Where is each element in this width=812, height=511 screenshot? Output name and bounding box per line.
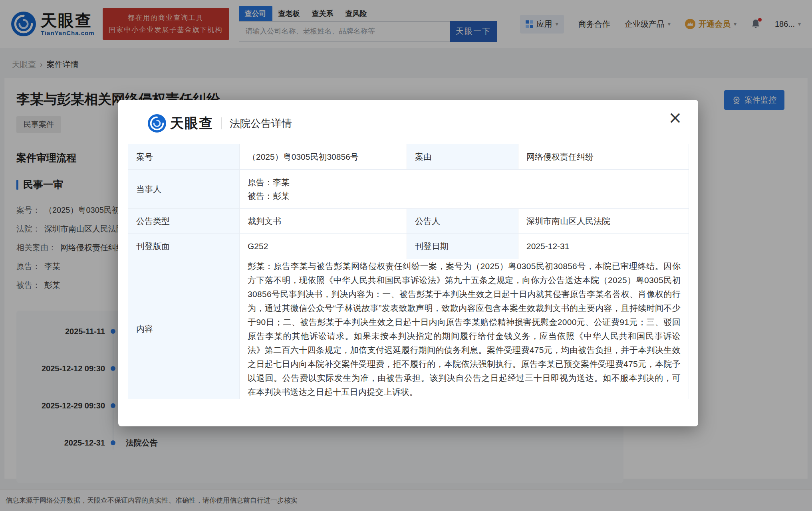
publish-page-label: 刊登版面 bbox=[128, 234, 240, 259]
case-number-value: （2025）粤0305民初30856号 bbox=[240, 144, 407, 170]
cause-value: 网络侵权责任纠纷 bbox=[518, 144, 689, 170]
cause-label: 案由 bbox=[407, 144, 518, 170]
divider bbox=[221, 117, 222, 129]
table-row: 当事人 原告：李某 被告：彭某 bbox=[128, 170, 689, 209]
content-label: 内容 bbox=[128, 259, 240, 399]
close-icon[interactable]: × bbox=[668, 109, 682, 126]
table-row: 公告类型 裁判文书 公告人 深圳市南山区人民法院 bbox=[128, 209, 689, 234]
content-value: 彭某：原告李某与被告彭某网络侵权责任纠纷一案，案号为（2025）粤0305民初3… bbox=[240, 259, 689, 399]
announcer-value: 深圳市南山区人民法院 bbox=[518, 209, 689, 234]
tianyancha-logo-icon bbox=[148, 114, 166, 133]
publish-date-label: 刊登日期 bbox=[407, 234, 518, 259]
parties-value: 原告：李某 被告：彭某 bbox=[240, 170, 689, 209]
table-row: 案号 （2025）粤0305民初30856号 案由 网络侵权责任纠纷 bbox=[128, 144, 689, 170]
announcement-detail-table: 案号 （2025）粤0305民初30856号 案由 网络侵权责任纠纷 当事人 原… bbox=[128, 144, 689, 399]
announcement-type-value: 裁判文书 bbox=[240, 209, 407, 234]
announcement-type-label: 公告类型 bbox=[128, 209, 240, 234]
modal-title: 法院公告详情 bbox=[230, 117, 292, 131]
announcer-label: 公告人 bbox=[407, 209, 518, 234]
plaintiff-line: 原告：李某 bbox=[248, 176, 681, 189]
table-row: 内容 彭某：原告李某与被告彭某网络侵权责任纠纷一案，案号为（2025）粤0305… bbox=[128, 259, 689, 399]
case-number-label: 案号 bbox=[128, 144, 240, 170]
modal-logo-title: 天眼查 bbox=[170, 114, 213, 133]
parties-label: 当事人 bbox=[128, 170, 240, 209]
publish-date-value: 2025-12-31 bbox=[518, 234, 689, 259]
court-announcement-modal: × 天眼查 法院公告详情 案号 （2025）粤0305民初30856号 案由 网… bbox=[118, 100, 698, 426]
table-row: 刊登版面 G252 刊登日期 2025-12-31 bbox=[128, 234, 689, 259]
defendant-line: 被告：彭某 bbox=[248, 189, 681, 203]
modal-header: 天眼查 法院公告详情 bbox=[148, 114, 676, 133]
publish-page-value: G252 bbox=[240, 234, 407, 259]
